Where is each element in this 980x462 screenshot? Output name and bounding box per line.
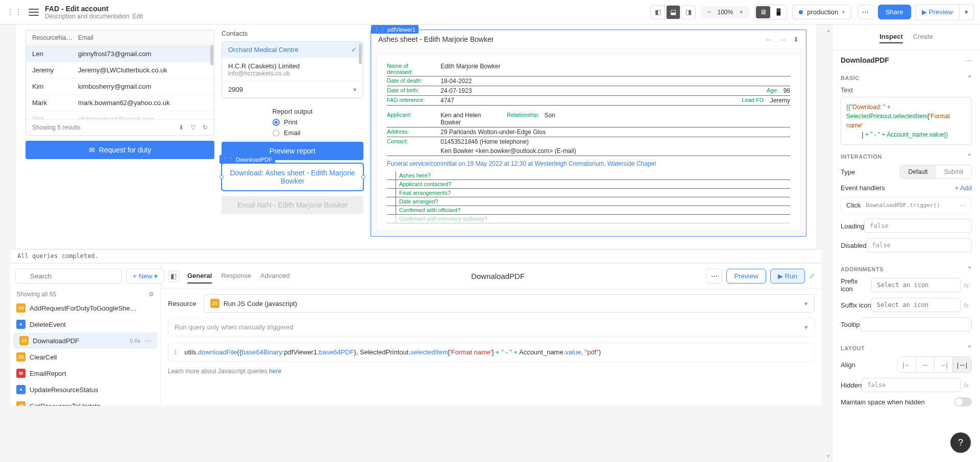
layout-right-icon[interactable]: ◨ xyxy=(681,5,696,19)
query-item[interactable]: ●UpdateResourceStatus xyxy=(10,381,160,398)
type-submit[interactable]: Submit xyxy=(936,165,971,178)
hidden-input[interactable] xyxy=(862,378,961,392)
radio-print[interactable]: Print xyxy=(222,118,363,126)
share-button[interactable]: Share xyxy=(878,5,911,19)
edit-link[interactable]: Edit xyxy=(132,13,143,20)
tab-create[interactable]: Create xyxy=(913,31,933,43)
contact-item[interactable]: 2909 ▾ xyxy=(222,82,363,98)
editor-preview-button[interactable]: Preview xyxy=(726,269,766,284)
fx-icon[interactable]: fx xyxy=(961,381,972,389)
query-item[interactable]: JSGetResourcesToUpdate xyxy=(10,398,160,406)
layout-bottom-icon[interactable]: ⬓ xyxy=(666,5,680,19)
contact-item[interactable]: Orchard Medical Centre ✓ xyxy=(222,42,363,58)
more-icon[interactable]: ⋯ xyxy=(144,337,151,345)
refresh-icon[interactable]: ↻ xyxy=(203,124,208,131)
tab-general[interactable]: General xyxy=(187,269,212,284)
add-handler-button[interactable]: + Add xyxy=(954,184,972,192)
suffix-icon-select[interactable] xyxy=(871,298,961,312)
pdf-next-icon[interactable]: → xyxy=(779,36,786,43)
zoom-out-button[interactable]: − xyxy=(704,7,714,17)
more-button[interactable]: ⋯ xyxy=(857,5,874,19)
new-query-button[interactable]: + New ▾ xyxy=(126,269,164,284)
collapse-icon[interactable]: ⌃ xyxy=(967,266,972,272)
query-item[interactable]: JSAddRequestForDutyToGoogleShe… xyxy=(10,300,160,316)
collapse-icon[interactable]: ⌃ xyxy=(967,153,972,160)
align-left-button[interactable]: |← xyxy=(898,357,916,372)
pdf-prev-icon[interactable]: ← xyxy=(766,36,772,43)
run-button[interactable]: ▶ Run xyxy=(770,269,805,284)
table-row[interactable]: Kimkimbosherry@gmail.com xyxy=(26,79,214,95)
component-badge[interactable]: ⋮⋮ pdfViewer1 xyxy=(371,25,419,34)
email-report-button[interactable]: Email NaN - Edith Marjorie Bowker xyxy=(222,196,363,214)
download-icon[interactable]: ⬇ xyxy=(179,124,184,131)
align-stretch-button[interactable]: |↔| xyxy=(953,357,971,372)
code-editor[interactable]: 1 utils.downloadFile({base64Binary:pdfVi… xyxy=(168,343,815,362)
contact-item[interactable]: H.C.R (Caskets) Limited info@hcrcaskets.… xyxy=(222,58,363,82)
editor-title[interactable]: DownaloadPDF xyxy=(298,272,698,280)
prefix-icon-select[interactable] xyxy=(871,278,961,292)
settings-icon[interactable]: ⚙ xyxy=(149,291,154,298)
learn-more-link[interactable]: here xyxy=(269,368,281,375)
table-header-name[interactable]: ResourceNa… xyxy=(32,34,78,41)
fx-icon[interactable]: fx xyxy=(961,301,972,309)
zoom-in-button[interactable]: + xyxy=(736,7,746,17)
resource-select[interactable]: JS Run JS Code (javascript) ▾ xyxy=(204,294,815,313)
query-item[interactable]: MEmailReport xyxy=(10,365,160,381)
fx-icon[interactable]: fx xyxy=(961,281,972,289)
table-header-email[interactable]: Email xyxy=(78,34,93,41)
more-icon[interactable]: ⋯ xyxy=(960,201,966,209)
scrollbar[interactable] xyxy=(359,44,362,64)
type-segmented-control[interactable]: Default Submit xyxy=(900,165,972,179)
radio-email[interactable]: Email xyxy=(222,129,363,137)
query-item[interactable]: JSDownaloadPDF0.6s⋯ xyxy=(13,332,157,349)
trigger-mode-select[interactable]: Run query only when manually triggered ▾ xyxy=(168,318,815,337)
pdf-download-icon[interactable]: ⬇ xyxy=(793,36,799,43)
resource-table: ResourceNa… Email Lenginnyfrost73@gmail.… xyxy=(26,30,214,136)
query-item[interactable]: JSClearCell xyxy=(10,349,160,365)
preview-dropdown[interactable]: ▾ xyxy=(960,4,974,20)
mobile-icon[interactable]: 📱 xyxy=(771,6,786,18)
resize-handle[interactable] xyxy=(219,175,224,179)
editor-more-button[interactable]: ⋯ xyxy=(706,269,722,284)
align-center-button[interactable]: ↔ xyxy=(916,357,935,372)
expand-icon[interactable]: ⤢ xyxy=(809,272,815,280)
table-row[interactable]: JeremyJeremy@LWClutterbuck.co.uk xyxy=(26,62,214,79)
download-pdf-button[interactable]: Download: Ashes sheet - Edith Marjorie B… xyxy=(222,163,363,191)
request-for-duty-button[interactable]: ✉ Request for duty xyxy=(26,141,214,159)
panel-toggle-icon[interactable]: ◧ xyxy=(168,271,179,282)
tab-inspect[interactable]: Inspect xyxy=(879,31,903,43)
query-item[interactable]: ●DeleteEvent xyxy=(10,316,160,332)
search-input[interactable] xyxy=(15,269,122,284)
event-handlers-label: Event handlers xyxy=(841,184,885,192)
text-expression-input[interactable]: {{"Download: " + SelectedPrintout.select… xyxy=(841,97,972,145)
collapse-icon[interactable]: ⌃ xyxy=(967,345,972,351)
tooltip-input[interactable] xyxy=(860,317,972,331)
loading-input[interactable] xyxy=(864,219,972,233)
table-row[interactable]: Markmark.bowman62@yahoo.co.uk xyxy=(26,95,214,111)
resize-handle[interactable] xyxy=(361,175,365,179)
filter-icon[interactable]: ▽ xyxy=(191,124,195,131)
table-row[interactable]: Lenginnyfrost73@gmail.com xyxy=(26,46,214,62)
canvas[interactable]: ▲ ResourceNa… Email Lenginnyfrost73@gmai… xyxy=(0,24,832,462)
table-row[interactable]: Philphiliphnchard@amail.com xyxy=(26,111,214,120)
tab-advanced[interactable]: Advanced xyxy=(260,269,290,284)
layout-left-icon[interactable]: ◧ xyxy=(651,5,665,19)
collapse-icon[interactable]: ⌃ xyxy=(967,74,972,81)
hamburger-icon[interactable] xyxy=(29,9,39,16)
maintain-space-toggle[interactable] xyxy=(954,397,972,406)
event-handler-row[interactable]: Click DownaloadPDF.trigger() ⋯ xyxy=(841,197,972,214)
more-icon[interactable]: ⋯ xyxy=(965,57,972,64)
align-right-button[interactable]: →| xyxy=(935,357,953,372)
tab-response[interactable]: Response xyxy=(221,269,251,284)
disabled-input[interactable] xyxy=(867,238,972,252)
pdf-document[interactable]: Name of deceased:Edith Marjorie Bowker D… xyxy=(376,54,801,231)
component-name[interactable]: DownloadPDF xyxy=(841,56,889,64)
scrollbar[interactable] xyxy=(210,45,213,65)
help-button[interactable]: ? xyxy=(950,432,971,453)
desktop-icon[interactable]: 🖥 xyxy=(756,6,770,18)
preview-button[interactable]: ▶ Preview xyxy=(915,4,960,20)
environment-select[interactable]: production ▾ xyxy=(792,5,851,19)
component-badge[interactable]: ⋮⋮ DownloadPDF xyxy=(219,155,275,164)
type-default[interactable]: Default xyxy=(900,165,936,178)
drag-handle-icon[interactable]: ⋮⋮ xyxy=(6,7,22,17)
